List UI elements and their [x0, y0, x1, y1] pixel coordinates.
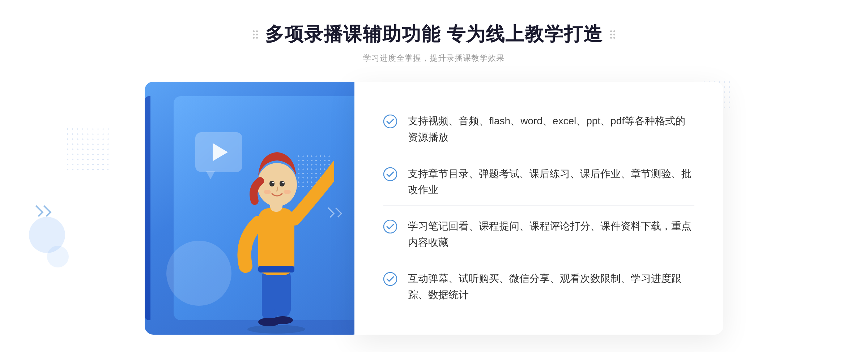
check-icon-3	[383, 220, 397, 233]
person-illustration	[218, 125, 334, 335]
check-icon-2	[383, 167, 397, 181]
chevrons-decoration	[34, 206, 49, 216]
svg-rect-15	[258, 266, 294, 272]
svg-point-12	[282, 182, 284, 184]
check-icon-1	[383, 115, 397, 128]
page-title: 多项录播课辅助功能 专为线上教学打造	[265, 22, 603, 47]
svg-point-17	[384, 168, 397, 181]
svg-rect-2	[275, 270, 291, 317]
svg-point-4	[273, 316, 293, 324]
svg-point-10	[280, 181, 285, 186]
header-section: 多项录播课辅助功能 专为线上教学打造 学习进度全掌握，提升录播课教学效果	[253, 22, 615, 64]
svg-point-19	[384, 272, 397, 286]
page-subtitle: 学习进度全掌握，提升录播课教学效果	[253, 53, 615, 64]
feature-item-2: 支持章节目录、弹题考试、课后练习、课后作业、章节测验、批改作业	[383, 159, 694, 206]
decorative-dots-left-title	[253, 30, 258, 39]
decorative-dots-right-title	[610, 30, 615, 39]
feature-item-4: 互动弹幕、试听购买、微信分享、观看次数限制、学习进度跟踪、数据统计	[383, 263, 694, 310]
decorative-dots-left	[65, 126, 109, 170]
illustration-card	[145, 82, 362, 335]
circle-decoration-2	[47, 246, 69, 267]
right-panel: 支持视频、音频、flash、word、excel、ppt、pdf等各种格式的资源…	[354, 82, 723, 335]
svg-point-18	[384, 220, 397, 233]
svg-point-0	[247, 325, 305, 334]
svg-point-14	[284, 190, 291, 194]
svg-point-13	[264, 190, 271, 194]
feature-text-3: 学习笔记回看、课程提问、课程评论打分、课件资料下载，重点内容收藏	[408, 218, 694, 251]
feature-text-1: 支持视频、音频、flash、word、excel、ppt、pdf等各种格式的资源…	[408, 113, 694, 146]
svg-point-11	[272, 182, 274, 184]
feature-text-4: 互动弹幕、试听购买、微信分享、观看次数限制、学习进度跟踪、数据统计	[408, 271, 694, 303]
stripe-bar	[145, 96, 150, 320]
main-content: 支持视频、音频、flash、word、excel、ppt、pdf等各种格式的资源…	[145, 82, 723, 335]
title-row: 多项录播课辅助功能 专为线上教学打造	[253, 22, 615, 47]
check-icon-4	[383, 272, 397, 286]
feature-item-3: 学习笔记回看、课程提问、课程评论打分、课件资料下载，重点内容收藏	[383, 211, 694, 258]
svg-point-9	[269, 181, 275, 186]
svg-point-8	[257, 163, 297, 206]
feature-item-1: 支持视频、音频、flash、word、excel、ppt、pdf等各种格式的资源…	[383, 106, 694, 153]
svg-point-16	[384, 115, 397, 128]
page-wrapper: 多项录播课辅助功能 专为线上教学打造 学习进度全掌握，提升录播课教学效果	[0, 0, 868, 352]
feature-text-2: 支持章节目录、弹题考试、课后练习、课后作业、章节测验、批改作业	[408, 166, 694, 198]
chevron-2	[40, 205, 52, 217]
